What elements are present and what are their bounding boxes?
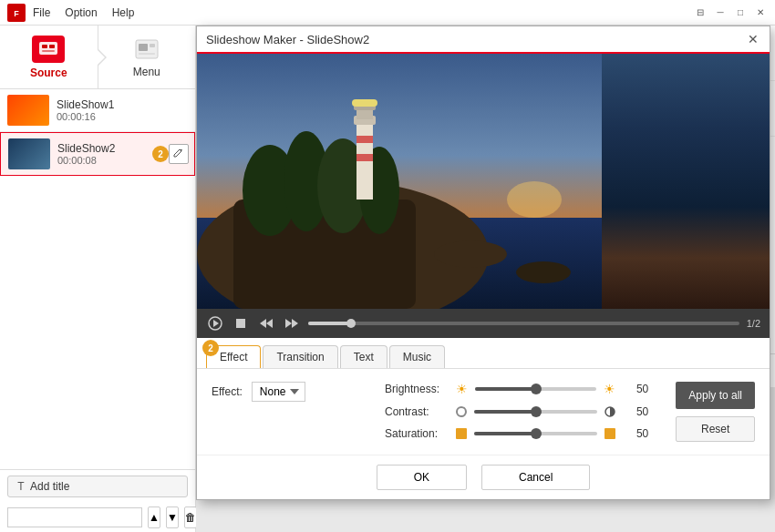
tab-transition[interactable]: Transition [263, 345, 337, 368]
ok-button[interactable]: OK [377, 465, 467, 490]
svg-rect-8 [150, 44, 155, 47]
menu-icon [132, 36, 161, 62]
svg-rect-24 [356, 136, 373, 143]
tab-music[interactable]: Music [389, 345, 445, 368]
sidebar-tab-source[interactable]: Source [0, 26, 98, 88]
brightness-value: 50 [623, 383, 648, 395]
contrast-icon-left [456, 406, 467, 417]
svg-rect-31 [236, 319, 245, 328]
svg-marker-33 [266, 319, 273, 328]
slideshow-info-2: SlideShow2 00:00:08 [57, 142, 115, 166]
modal-title-bar: Slideshow Maker - SlideShow2 ✕ [197, 26, 770, 54]
svg-rect-3 [42, 45, 47, 48]
window-controls: ⊟ ─ □ ✕ [693, 5, 768, 20]
brightness-icon-left: ☀ [456, 382, 468, 396]
minimize-button[interactable]: ─ [713, 5, 728, 20]
svg-text:T: T [17, 481, 25, 492]
slideshow-thumb-2 [8, 138, 50, 169]
title-bar: F File Option Help ⊟ ─ □ ✕ [0, 0, 775, 26]
delete-button[interactable]: 🗑 [184, 506, 197, 528]
menu-option[interactable]: Option [65, 6, 97, 19]
svg-marker-34 [285, 319, 292, 328]
video-scene [197, 54, 602, 309]
restore-button[interactable]: ⊟ [693, 5, 708, 20]
maximize-button[interactable]: □ [733, 5, 748, 20]
add-title-label: Add title [30, 480, 69, 493]
modal-overlay: Slideshow Maker - SlideShow2 ✕ [196, 26, 775, 532]
edit-button[interactable] [169, 144, 189, 164]
close-button[interactable]: ✕ [753, 5, 768, 20]
svg-rect-7 [139, 44, 148, 51]
progress-bar[interactable] [308, 322, 739, 325]
svg-marker-32 [260, 319, 266, 328]
svg-marker-30 [213, 320, 219, 327]
slideshow-time-1: 00:00:16 [57, 111, 114, 122]
svg-point-27 [516, 261, 571, 283]
sidebar-tabs: Source Menu [0, 26, 195, 89]
play-button[interactable] [206, 314, 224, 332]
video-controls: 1/2 [197, 309, 770, 338]
app-icon: F [7, 4, 26, 22]
svg-point-26 [434, 240, 507, 268]
slideshow-item-2[interactable]: SlideShow2 00:00:08 2 [0, 132, 195, 176]
stop-button[interactable] [232, 314, 250, 332]
brightness-icon-right: ☀ [604, 382, 615, 396]
add-title-button[interactable]: T Add title [7, 476, 188, 497]
apply-to-all-button[interactable]: Apply to all [676, 382, 755, 409]
slideshow-info-1: SlideShow1 00:00:16 [57, 98, 114, 122]
source-icon [32, 36, 65, 63]
brightness-label: Brightness: [385, 383, 449, 395]
svg-text:F: F [14, 9, 19, 18]
slideshow-name-2: SlideShow2 [57, 142, 115, 155]
rewind-button[interactable] [257, 314, 275, 332]
svg-rect-2 [39, 42, 57, 55]
sidebar-tab-menu[interactable]: Menu [98, 26, 196, 88]
move-up-button[interactable]: ▲ [148, 506, 160, 528]
badge-tabs: 2 [202, 340, 219, 356]
saturation-slider[interactable] [474, 432, 597, 435]
title-input[interactable] [7, 507, 142, 527]
svg-point-28 [507, 181, 562, 218]
menu-file[interactable]: File [33, 6, 50, 19]
slideshow-list: SlideShow1 00:00:16 SlideShow2 00:00:08 … [0, 89, 195, 469]
tab-text[interactable]: Text [340, 345, 388, 368]
slideshow-maker-modal: Slideshow Maker - SlideShow2 ✕ [196, 26, 770, 500]
svg-marker-35 [292, 319, 298, 328]
svg-rect-9 [139, 53, 155, 55]
modal-close-button[interactable]: ✕ [746, 32, 760, 46]
brightness-slider[interactable] [475, 387, 596, 391]
slideshow-item-1[interactable]: SlideShow1 00:00:16 [0, 89, 195, 132]
menu-bar: File Option Help [33, 6, 134, 19]
bottom-toolbar: ▲ ▼ 🗑 [0, 503, 195, 532]
contrast-slider[interactable] [474, 410, 597, 414]
sidebar-bottom: T Add title [0, 469, 195, 503]
video-preview [197, 54, 770, 309]
menu-help[interactable]: Help [112, 6, 135, 19]
cancel-button[interactable]: Cancel [481, 465, 590, 490]
saturation-icon-right [604, 428, 615, 439]
reset-button[interactable]: Reset [676, 416, 755, 442]
badge-2: 2 [152, 146, 169, 162]
effect-panel: Effect: None Brightness: ☀ [197, 369, 770, 455]
effect-select[interactable]: None [252, 382, 305, 402]
effect-label: Effect: [212, 382, 243, 398]
saturation-value: 50 [623, 427, 648, 440]
saturation-label: Saturation: [385, 427, 449, 440]
saturation-row: Saturation: 50 [385, 427, 648, 440]
svg-rect-37 [604, 428, 615, 439]
modal-footer: OK Cancel [197, 455, 770, 499]
menu-label: Menu [133, 66, 160, 78]
contrast-value: 50 [623, 405, 648, 418]
svg-rect-25 [356, 154, 373, 161]
sidebar: Source Menu SlideShow1 00:00:16 [0, 26, 196, 532]
progress-dot [346, 319, 356, 328]
move-down-button[interactable]: ▼ [166, 506, 179, 528]
contrast-row: Contrast: 50 [385, 405, 648, 418]
contrast-icon-right [604, 406, 615, 417]
progress-fill [308, 322, 351, 325]
tabs-row: 2 Effect Transition Text Music [197, 338, 770, 369]
effect-left: Effect: None [212, 382, 357, 442]
forward-button[interactable] [283, 314, 301, 332]
contrast-label: Contrast: [385, 405, 449, 418]
brightness-row: Brightness: ☀ ☀ 50 [385, 382, 648, 396]
